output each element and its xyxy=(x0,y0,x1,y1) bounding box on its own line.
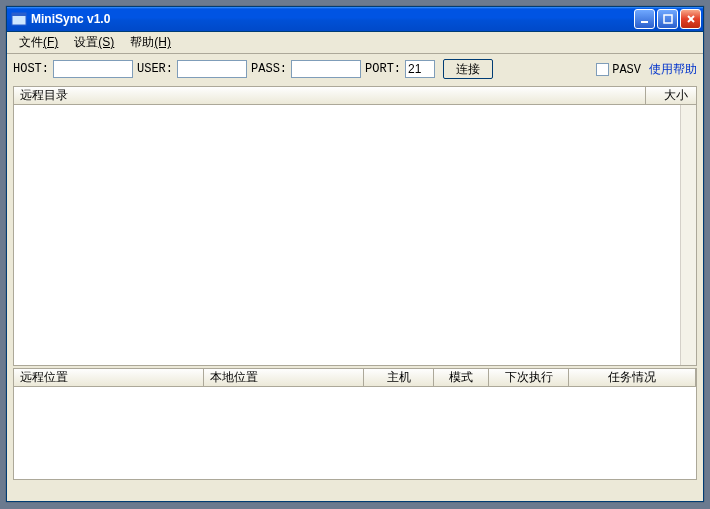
menu-file[interactable]: 文件(F) xyxy=(11,32,66,53)
pass-label: PASS: xyxy=(251,62,287,76)
menu-help-accel: (H) xyxy=(154,35,171,49)
column-status[interactable]: 任务情况 xyxy=(569,369,696,386)
close-button[interactable] xyxy=(680,9,701,29)
column-next-run[interactable]: 下次执行 xyxy=(489,369,569,386)
menubar: 文件(F) 设置(S) 帮助(H) xyxy=(7,32,703,54)
app-window: MiniSync v1.0 文件(F) 设置(S) 帮助(H) HOST: US… xyxy=(6,6,704,502)
pasv-label: PASV xyxy=(612,63,641,77)
menu-settings-accel: (S) xyxy=(98,35,114,49)
titlebar: MiniSync v1.0 xyxy=(7,7,703,32)
remote-column-headers: 远程目录 大小 xyxy=(14,87,696,105)
svg-rect-2 xyxy=(641,21,648,23)
column-remote-dir[interactable]: 远程目录 xyxy=(14,87,646,104)
svg-rect-3 xyxy=(664,15,672,23)
maximize-icon xyxy=(663,14,673,24)
pasv-checkbox-wrap[interactable]: PASV xyxy=(596,62,641,77)
minimize-button[interactable] xyxy=(634,9,655,29)
port-input[interactable] xyxy=(405,60,435,78)
menu-file-label: 文件 xyxy=(19,35,43,49)
menu-settings-label: 设置 xyxy=(74,35,98,49)
maximize-button[interactable] xyxy=(657,9,678,29)
port-label: PORT: xyxy=(365,62,401,76)
menu-help[interactable]: 帮助(H) xyxy=(122,32,179,53)
user-label: USER: xyxy=(137,62,173,76)
usage-help-link[interactable]: 使用帮助 xyxy=(649,61,697,78)
remote-scrollbar[interactable] xyxy=(680,105,696,365)
remote-panel: 远程目录 大小 xyxy=(13,86,697,366)
connect-button[interactable]: 连接 xyxy=(443,59,493,79)
column-mode[interactable]: 模式 xyxy=(434,369,489,386)
svg-rect-1 xyxy=(12,13,26,16)
column-local-location[interactable]: 本地位置 xyxy=(204,369,364,386)
column-host[interactable]: 主机 xyxy=(364,369,434,386)
menu-file-accel: (F) xyxy=(43,35,58,49)
window-title: MiniSync v1.0 xyxy=(31,12,110,26)
menu-settings[interactable]: 设置(S) xyxy=(66,32,122,53)
pass-input[interactable] xyxy=(291,60,361,78)
minimize-icon xyxy=(640,14,650,24)
close-icon xyxy=(686,14,696,24)
tasks-column-headers: 远程位置 本地位置 主机 模式 下次执行 任务情况 xyxy=(14,369,696,387)
column-remote-location[interactable]: 远程位置 xyxy=(14,369,204,386)
pasv-checkbox[interactable] xyxy=(596,63,609,76)
host-input[interactable] xyxy=(53,60,133,78)
user-input[interactable] xyxy=(177,60,247,78)
menu-help-label: 帮助 xyxy=(130,35,154,49)
connection-toolbar: HOST: USER: PASS: PORT: 连接 PASV 使用帮助 xyxy=(7,54,703,84)
column-size[interactable]: 大小 xyxy=(646,87,696,104)
host-label: HOST: xyxy=(13,62,49,76)
tasks-panel: 远程位置 本地位置 主机 模式 下次执行 任务情况 xyxy=(13,368,697,480)
app-icon xyxy=(11,11,27,27)
